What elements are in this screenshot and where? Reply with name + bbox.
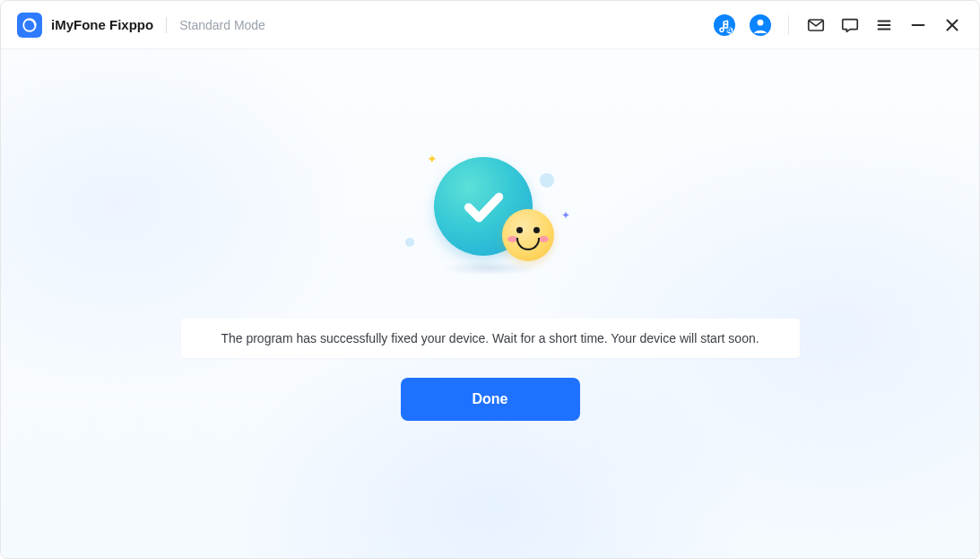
music-search-icon[interactable] [713, 13, 736, 37]
svg-point-6 [758, 19, 764, 25]
app-title: iMyFone Fixppo [51, 17, 153, 32]
sparkle-icon: ✦ [561, 209, 570, 222]
status-message: The program has successfully fixed your … [181, 319, 800, 358]
app-logo-icon [17, 13, 42, 38]
account-icon[interactable] [749, 13, 772, 37]
titlebar: iMyFone Fixppo Standard Mode [1, 1, 979, 49]
minimize-icon[interactable] [907, 14, 929, 36]
success-graphic: ✦ ✦ [414, 157, 567, 283]
decoration-dot [540, 173, 554, 188]
chat-icon[interactable] [839, 14, 861, 36]
done-button[interactable]: Done [401, 378, 580, 421]
decoration-dot [405, 238, 414, 247]
graphic-shadow [441, 261, 540, 275]
close-icon[interactable] [941, 14, 963, 36]
main-content: ✦ ✦ The program has successfully fixed y… [1, 49, 979, 558]
mail-icon[interactable] [805, 14, 827, 36]
actions-separator [788, 15, 789, 35]
svg-line-4 [731, 31, 732, 31]
menu-icon[interactable] [873, 14, 895, 36]
smiley-icon [502, 209, 554, 261]
mode-label: Standard Mode [179, 18, 265, 32]
title-separator [166, 17, 167, 33]
app-window: iMyFone Fixppo Standard Mode [0, 0, 980, 559]
sparkle-icon: ✦ [427, 152, 438, 166]
titlebar-actions [713, 13, 963, 37]
